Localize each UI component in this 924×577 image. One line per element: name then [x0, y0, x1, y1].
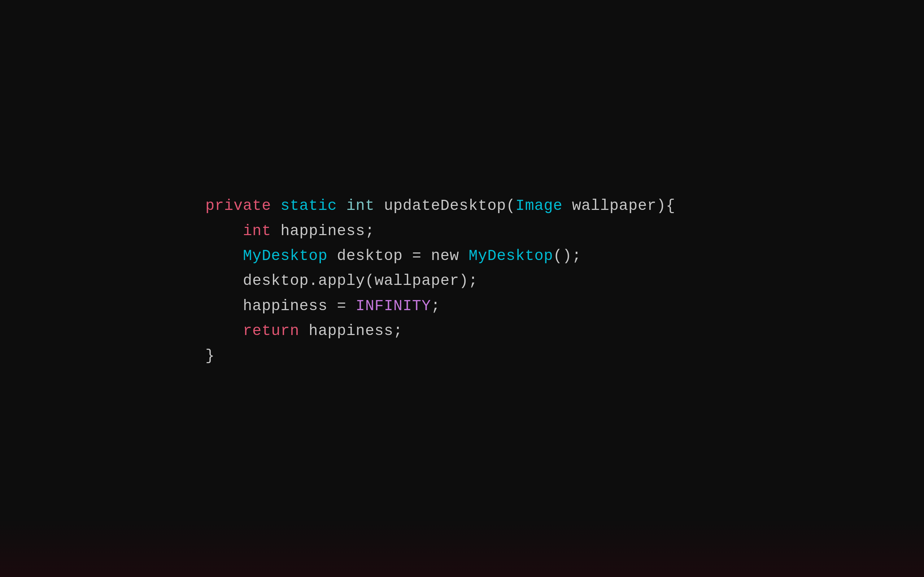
keyword-int-2: int [243, 222, 271, 240]
space [271, 197, 281, 214]
type-mydesktop-2: MyDesktop [468, 247, 553, 265]
space [337, 197, 347, 214]
keyword-private: private [205, 197, 271, 214]
screen: private static int updateDesktop(Image w… [0, 0, 924, 577]
code-line-6: return happiness; [205, 319, 675, 344]
indent [205, 322, 243, 340]
var-desktop-assign: desktop = [327, 247, 431, 265]
keyword-return: return [243, 322, 299, 340]
code-block: private static int updateDesktop(Image w… [205, 193, 675, 369]
keyword-static: static [281, 197, 337, 214]
code-line-1: private static int updateDesktop(Image w… [205, 193, 675, 219]
param-brace: wallpaper){ [563, 197, 676, 214]
code-line-2: int happiness; [205, 219, 675, 244]
indent [205, 222, 243, 240]
method-call: desktop.apply(wallpaper); [205, 272, 478, 290]
closing-brace: } [205, 347, 215, 364]
code-line-4: desktop.apply(wallpaper); [205, 269, 675, 293]
keyword-int-1: int [347, 197, 375, 214]
happiness-assign: happiness = [205, 298, 356, 315]
type-image: Image [515, 197, 562, 214]
return-value: happiness; [299, 322, 403, 340]
constructor-call: (); [553, 247, 582, 265]
code-line-7: } [205, 344, 675, 369]
semicolon-5: ; [431, 298, 440, 315]
var-happiness-decl: happiness; [271, 222, 375, 240]
code-line-5: happiness = INFINITY; [205, 294, 675, 319]
keyword-new: new [431, 247, 468, 265]
indent [205, 247, 243, 265]
type-mydesktop-1: MyDesktop [243, 247, 327, 265]
const-infinity: INFINITY [356, 298, 431, 315]
code-line-3: MyDesktop desktop = new MyDesktop(); [205, 244, 675, 269]
fn-signature: updateDesktop( [375, 197, 516, 214]
